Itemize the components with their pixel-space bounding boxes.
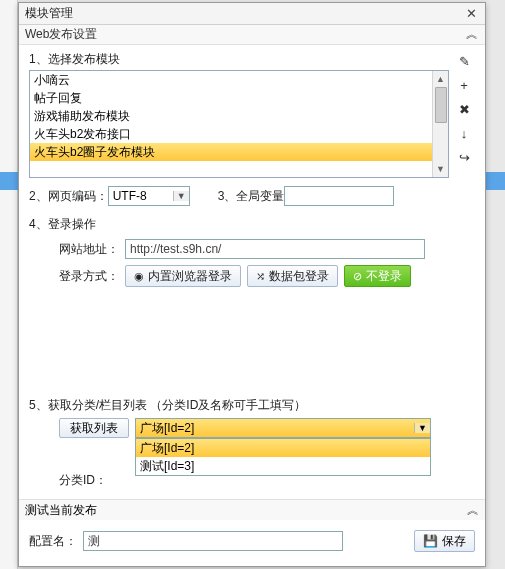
save-icon: 💾 [423, 534, 438, 548]
dialog: 模块管理 ✕ Web发布设置 ︽ 1、选择发布模块 小嘀云 帖子回复 游戏辅助发… [18, 2, 486, 567]
btn-label: 不登录 [366, 268, 402, 285]
chevron-up-icon[interactable]: ︽ [467, 502, 479, 519]
no-login-button[interactable]: ⊘ 不登录 [344, 265, 411, 287]
chevron-down-icon[interactable]: ▼ [414, 423, 430, 433]
packet-login-button[interactable]: ⤮ 数据包登录 [247, 265, 338, 287]
config-label: 配置名： [29, 533, 77, 550]
down-icon[interactable]: ↓ [455, 125, 473, 143]
section-web-header[interactable]: Web发布设置 ︽ [19, 25, 485, 45]
method-label: 登录方式： [59, 268, 119, 285]
section-test-title: 测试当前发布 [25, 502, 467, 519]
list-item[interactable]: 帖子回复 [30, 89, 448, 107]
shuffle-icon: ⤮ [256, 270, 265, 283]
encoding-combo[interactable]: ▼ [108, 186, 190, 206]
list-item[interactable]: 小嘀云 [30, 71, 448, 89]
btn-label: 内置浏览器登录 [148, 268, 232, 285]
scroll-thumb[interactable] [435, 87, 447, 123]
btn-label: 数据包登录 [269, 268, 329, 285]
scroll-up-icon[interactable]: ▲ [433, 71, 448, 87]
config-name-input[interactable] [83, 531, 343, 551]
chevron-up-icon[interactable]: ︽ [465, 26, 479, 43]
edit-icon[interactable]: ✎ [455, 53, 473, 71]
redo-icon[interactable]: ↪ [455, 149, 473, 167]
encoding-label: 2、网页编码： [29, 188, 108, 205]
url-input[interactable] [125, 239, 425, 259]
module-listbox[interactable]: 小嘀云 帖子回复 游戏辅助发布模块 火车头b2发布接口 火车头b2圈子发布模块 … [29, 70, 449, 178]
category-label: 5、获取分类/栏目列表 （分类ID及名称可手工填写） [29, 397, 475, 414]
ban-icon: ⊘ [353, 270, 362, 283]
section-test-header[interactable]: 测试当前发布 ︽ [19, 500, 485, 520]
scrollbar[interactable]: ▲ ▼ [432, 71, 448, 177]
list-item[interactable]: 游戏辅助发布模块 [30, 107, 448, 125]
dropdown-value: 广场[Id=2] [140, 420, 194, 437]
globalvar-label: 3、全局变量 [218, 188, 285, 205]
dropdown-options: 广场[Id=2] 测试[Id=3] [135, 438, 431, 476]
list-item[interactable]: 火车头b2发布接口 [30, 125, 448, 143]
btn-label: 获取列表 [70, 420, 118, 437]
btn-label: 保存 [442, 533, 466, 550]
globe-icon: ◉ [134, 270, 144, 283]
section-web-title: Web发布设置 [25, 26, 465, 43]
step1-label: 1、选择发布模块 [29, 51, 449, 68]
scroll-down-icon[interactable]: ▼ [433, 161, 448, 177]
add-icon[interactable]: + [455, 77, 473, 95]
category-dropdown[interactable]: 广场[Id=2] ▼ 广场[Id=2] 测试[Id=3] [135, 418, 431, 438]
url-label: 网站地址： [59, 241, 119, 258]
category-id-label: 分类ID： [59, 472, 107, 489]
titlebar: 模块管理 ✕ [19, 3, 485, 25]
save-button[interactable]: 💾 保存 [414, 530, 475, 552]
dropdown-option[interactable]: 广场[Id=2] [136, 439, 430, 457]
dropdown-selected[interactable]: 广场[Id=2] ▼ [135, 418, 431, 438]
delete-icon[interactable]: ✖ [455, 101, 473, 119]
login-label: 4、登录操作 [29, 216, 475, 233]
chevron-down-icon[interactable]: ▼ [173, 191, 189, 201]
globalvar-input[interactable] [284, 186, 394, 206]
window-title: 模块管理 [25, 5, 463, 22]
module-tools: ✎ + ✖ ↓ ↪ [455, 51, 475, 167]
close-icon[interactable]: ✕ [463, 6, 479, 22]
encoding-input[interactable] [109, 187, 173, 205]
dropdown-option[interactable]: 测试[Id=3] [136, 457, 430, 475]
list-item-selected[interactable]: 火车头b2圈子发布模块 [30, 143, 448, 161]
builtin-browser-login-button[interactable]: ◉ 内置浏览器登录 [125, 265, 241, 287]
fetch-list-button[interactable]: 获取列表 [59, 418, 129, 438]
